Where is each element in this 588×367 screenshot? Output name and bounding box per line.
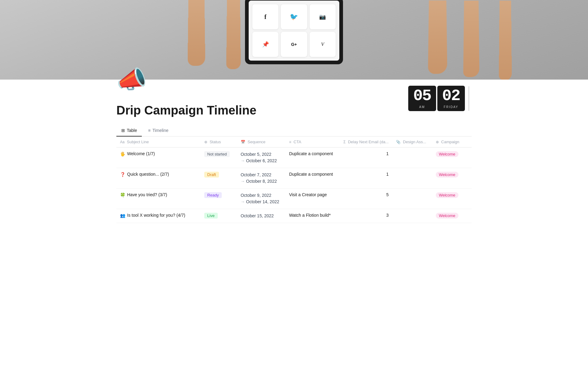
- delay-th-icon: Σ: [343, 140, 345, 144]
- subject-text: Welcome (1/7): [127, 151, 155, 156]
- design-th-icon: 📎: [396, 140, 401, 144]
- subject-th-icon: Aa: [120, 140, 125, 144]
- cell-design: [392, 168, 432, 189]
- clock-ampm: AM: [413, 105, 431, 109]
- th-sequence: 📅 Sequence: [237, 137, 285, 148]
- cell-cta: Watch a Flotion build*: [285, 209, 340, 223]
- cell-cta: Duplicate a component: [285, 168, 340, 189]
- cell-campaign: Welcome: [432, 209, 472, 223]
- tab-timeline-label: Timeline: [153, 128, 168, 133]
- subject-emoji: ❓: [120, 172, 125, 177]
- th-subject: Aa Subject Line: [116, 137, 201, 148]
- table-row[interactable]: ❓ Quick question... (2/7) Draft October …: [116, 168, 472, 189]
- th-campaign: ⊕ Campaign: [432, 137, 472, 148]
- cell-delay: 1: [340, 168, 392, 189]
- data-table: Aa Subject Line ⊕ Status 📅 Sequence ≡ CT…: [116, 137, 472, 223]
- subject-emoji: 🖐️: [120, 152, 125, 156]
- cell-status[interactable]: Ready: [201, 189, 237, 209]
- cell-cta: Duplicate a component: [285, 148, 340, 168]
- pinterest-icon: 📌: [252, 32, 278, 57]
- clock-day: FRIDAY: [442, 105, 460, 109]
- table-row[interactable]: 🍀 Have you tried? (3/7) Ready October 9,…: [116, 189, 472, 209]
- cell-campaign: Welcome: [432, 189, 472, 209]
- table-tab-icon: ⊞: [121, 128, 125, 133]
- cell-status[interactable]: Not started: [201, 148, 237, 168]
- clock-widget: 05 AM 02 FRIDAY: [408, 86, 472, 111]
- vine-icon: V: [310, 32, 336, 57]
- cell-delay: 1: [340, 148, 392, 168]
- subject-emoji: 🍀: [120, 193, 125, 197]
- twitter-icon: 🐦: [281, 4, 307, 29]
- campaign-th-icon: ⊕: [436, 140, 439, 144]
- cell-delay: 5: [340, 189, 392, 209]
- cell-status[interactable]: Draft: [201, 168, 237, 189]
- instagram-icon: 📷: [310, 4, 336, 29]
- status-badge[interactable]: Not started: [204, 151, 230, 157]
- cell-subject: 🍀 Have you tried? (3/7): [116, 189, 201, 209]
- clock-minute: 02: [442, 88, 460, 104]
- tab-table[interactable]: ⊞ Table: [116, 125, 142, 137]
- status-badge[interactable]: Live: [204, 213, 218, 219]
- subject-text: Quick question... (2/7): [127, 172, 169, 177]
- subject-text: Have you tried? (3/7): [127, 192, 167, 197]
- subject-text: Is tool X working for you? (4/7): [127, 213, 185, 218]
- table-row[interactable]: 🖐️ Welcome (1/7) Not started October 5, …: [116, 148, 472, 168]
- cell-subject: ❓ Quick question... (2/7): [116, 168, 201, 189]
- googleplus-icon: G+: [281, 32, 307, 57]
- campaign-badge[interactable]: Welcome: [436, 151, 458, 157]
- table-row[interactable]: 👥 Is tool X working for you? (4/7) Live …: [116, 209, 472, 223]
- cell-design: [392, 189, 432, 209]
- cta-th-icon: ≡: [289, 140, 291, 144]
- timeline-tab-icon: ≡: [148, 128, 150, 133]
- cell-design: [392, 148, 432, 168]
- page-icon: 📣: [116, 67, 147, 98]
- clock-minute-card: 02 FRIDAY: [437, 86, 465, 111]
- tab-timeline[interactable]: ≡ Timeline: [143, 125, 173, 137]
- page-header: 📣 Drip Campaign Timeline 05 AM 02 FRIDAY: [116, 67, 472, 118]
- cell-sequence: October 15, 2022: [237, 209, 285, 223]
- tabs-bar: ⊞ Table ≡ Timeline: [116, 125, 472, 137]
- seq-th-icon: 📅: [241, 140, 245, 144]
- th-delay: Σ Delay Next Email (da...: [340, 137, 392, 148]
- subject-emoji: 👥: [120, 213, 125, 218]
- cell-sequence: October 7, 2022→ October 8, 2022: [237, 168, 285, 189]
- cell-design: [392, 209, 432, 223]
- campaign-badge[interactable]: Welcome: [436, 213, 458, 219]
- campaign-badge[interactable]: Welcome: [436, 172, 458, 178]
- cell-status[interactable]: Live: [201, 209, 237, 223]
- cell-campaign: Welcome: [432, 168, 472, 189]
- tab-table-label: Table: [127, 128, 137, 133]
- cell-subject: 👥 Is tool X working for you? (4/7): [116, 209, 201, 223]
- cell-cta: Visit a Creator page: [285, 189, 340, 209]
- th-status: ⊕ Status: [201, 137, 237, 148]
- cell-subject: 🖐️ Welcome (1/7): [116, 148, 201, 168]
- status-badge[interactable]: Draft: [204, 172, 219, 178]
- th-cta: ≡ CTA: [285, 137, 340, 148]
- th-design: 📎 Design Ass...: [392, 137, 432, 148]
- cell-delay: 3: [340, 209, 392, 223]
- cell-campaign: Welcome: [432, 148, 472, 168]
- cell-sequence: October 5, 2022→ October 6, 2022: [237, 148, 285, 168]
- status-badge[interactable]: Ready: [204, 192, 222, 198]
- clock-divider: [469, 86, 469, 111]
- clock-hour-card: 05 AM: [408, 86, 436, 111]
- campaign-badge[interactable]: Welcome: [436, 192, 458, 198]
- facebook-icon: f: [252, 4, 278, 29]
- clock-hour: 05: [413, 88, 431, 104]
- cell-sequence: October 9, 2022→ October 14, 2022: [237, 189, 285, 209]
- status-th-icon: ⊕: [204, 140, 207, 144]
